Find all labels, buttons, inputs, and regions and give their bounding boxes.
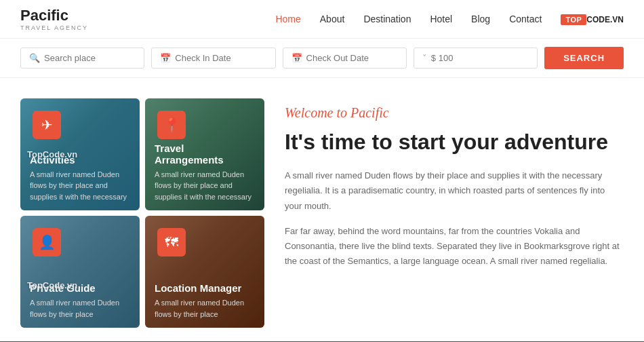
main-content: ✈ TopCode.vn Activities A small river na… (0, 78, 644, 341)
welcome-text: Welcome to Pacific (285, 105, 624, 121)
budget-icon: ˅ (422, 53, 427, 63)
location-desc: A small river named Duden flows by their… (155, 297, 255, 320)
budget-input[interactable] (431, 53, 529, 63)
brand-name: Pacific (20, 7, 88, 24)
checkout-input[interactable] (306, 53, 398, 63)
topcode-logo: TOPCODE.VN (561, 13, 624, 25)
guide-desc: A small river named Duden flows by their… (30, 297, 130, 320)
travel-title: Travel Arrangements (155, 142, 255, 166)
location-icon-wrap: 🗺 (157, 228, 186, 256)
search-place-icon: 🔍 (29, 53, 40, 63)
nav-hotel[interactable]: Hotel (430, 14, 452, 24)
nav-blog[interactable]: Blog (471, 14, 490, 24)
nav-home[interactable]: Home (275, 14, 300, 24)
search-place-input[interactable] (44, 53, 136, 63)
search-place-wrap: 🔍 (20, 48, 144, 69)
activities-icon-wrap: ✈ (33, 111, 61, 139)
card-activities[interactable]: ✈ TopCode.vn Activities A small river na… (20, 98, 140, 210)
card-location[interactable]: 🗺 Location Manager A small river named D… (145, 216, 264, 328)
location-icon: 🗺 (165, 235, 178, 250)
nav-destination[interactable]: Destination (363, 14, 411, 24)
nav-about[interactable]: About (320, 14, 345, 24)
location-title: Location Manager (155, 282, 255, 294)
checkin-icon: 📅 (160, 53, 171, 63)
brand-subtitle: TRAVEL AGENCY (20, 24, 88, 31)
card-guide[interactable]: 👤 TopCode.vn Private Guide A small river… (20, 216, 140, 328)
search-bar: 🔍 📅 📅 ˅ SEARCH (0, 39, 644, 78)
hero-para1: A small river named Duden flows by their… (285, 168, 624, 213)
guide-icon: 👤 (39, 234, 56, 250)
travel-content: Travel Arrangements A small river named … (145, 134, 264, 211)
checkout-wrap: 📅 (283, 48, 407, 69)
budget-wrap: ˅ (414, 48, 538, 69)
nav-contact[interactable]: Contact (509, 14, 542, 24)
travel-icon: 📍 (163, 117, 180, 133)
nav-links: Home About Destination Hotel Blog Contac… (275, 13, 624, 25)
guide-content: Private Guide A small river named Duden … (20, 274, 140, 328)
travel-desc: A small river named Duden flows by their… (155, 169, 255, 203)
location-content: Location Manager A small river named Dud… (145, 274, 264, 328)
checkout-icon: 📅 (291, 53, 302, 63)
navbar: Pacific TRAVEL AGENCY Home About Destina… (0, 0, 644, 39)
checkin-wrap: 📅 (151, 48, 275, 69)
cards-grid: ✈ TopCode.vn Activities A small river na… (20, 98, 264, 328)
search-button[interactable]: SEARCH (544, 47, 624, 69)
activities-desc: A small river named Duden flows by their… (30, 169, 130, 203)
checkin-input[interactable] (175, 53, 266, 63)
activities-content: Activities A small river named Duden flo… (20, 146, 140, 211)
headline: It's time to start your adventure (285, 129, 624, 155)
hero-para2: Far far away, behind the word mountains,… (285, 224, 624, 269)
guide-title: Private Guide (30, 282, 130, 294)
hero-text: Welcome to Pacific It's time to start yo… (285, 98, 624, 328)
card-travel[interactable]: 📍 Travel Arrangements A small river name… (145, 98, 264, 210)
activities-title: Activities (30, 154, 130, 166)
guide-icon-wrap: 👤 (33, 228, 61, 256)
logo: Pacific TRAVEL AGENCY (20, 7, 88, 31)
activities-icon: ✈ (41, 117, 53, 133)
